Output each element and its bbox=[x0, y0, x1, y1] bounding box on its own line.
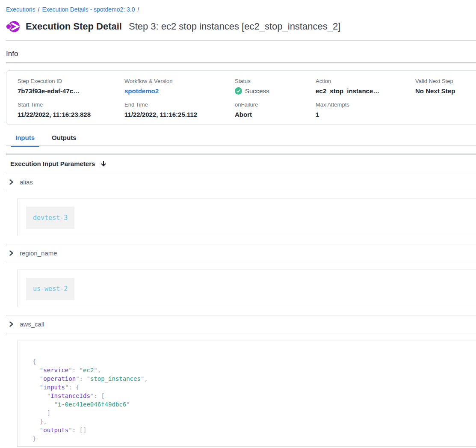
param-value-box-region-name: us-west-2 bbox=[17, 270, 476, 307]
download-arrow-icon[interactable] bbox=[100, 160, 107, 167]
workflow-logo-icon bbox=[6, 20, 20, 33]
code-line: "inputs": { bbox=[33, 383, 476, 392]
field-onfailure: onFailure Abort bbox=[235, 101, 316, 118]
field-status: Status Success bbox=[235, 78, 316, 95]
field-start-time: Start Time 11/22/2022, 11:16:23.828 bbox=[18, 101, 124, 118]
params-divider bbox=[6, 333, 476, 333]
execution-step-detail-page: Executions/Execution Details - spotdemo2… bbox=[0, 0, 476, 447]
breadcrumb-separator: / bbox=[38, 6, 39, 13]
code-line: "operation": "stop_instances", bbox=[33, 374, 476, 383]
execution-input-parameters-title: Execution Input Parameters bbox=[10, 160, 95, 167]
chevron-right-icon bbox=[9, 179, 14, 185]
param-row-aws-call[interactable]: aws_call bbox=[0, 315, 476, 333]
field-action: Action ec2_stop_instance… bbox=[316, 78, 415, 95]
page-title: Execution Step Detail bbox=[26, 21, 122, 32]
field-value: 7b73f93e-edaf-47c… bbox=[18, 87, 124, 95]
param-value-chip[interactable]: devtest-3 bbox=[26, 207, 74, 229]
page-subtitle: Step 3: ec2 stop instances [ec2_stop_ins… bbox=[129, 21, 340, 32]
breadcrumb: Executions/Execution Details - spotdemo2… bbox=[0, 6, 476, 13]
success-check-icon bbox=[235, 87, 242, 95]
field-valid-next-step: Valid Next Step No Next Step bbox=[415, 78, 476, 95]
info-section-divider bbox=[6, 62, 476, 63]
workflow-link[interactable]: spotdemo2 bbox=[124, 87, 235, 95]
page-header: Execution Step Detail Step 3: ec2 stop i… bbox=[0, 20, 476, 33]
param-name: alias bbox=[20, 178, 33, 186]
chevron-right-icon bbox=[9, 250, 14, 256]
code-line: { bbox=[33, 357, 476, 366]
field-value: ec2_stop_instance… bbox=[316, 87, 415, 95]
breadcrumb-link-execution-details[interactable]: Execution Details - spotdemo2: 3.0 bbox=[42, 6, 135, 13]
header-divider bbox=[6, 40, 476, 41]
field-end-time: End Time 11/22/2022, 11:16:25.112 bbox=[124, 101, 235, 118]
field-label: Status bbox=[235, 78, 316, 84]
code-line: "service": "ec2", bbox=[33, 366, 476, 374]
field-value: 1 bbox=[316, 111, 415, 118]
field-label: Max Attempts bbox=[316, 101, 415, 108]
breadcrumb-separator: / bbox=[138, 6, 139, 13]
code-line: "outputs": [] bbox=[33, 426, 476, 434]
field-label: Workflow & Version bbox=[124, 78, 235, 84]
tab-bar-baseline bbox=[6, 145, 476, 146]
field-value: 11/22/2022, 11:16:23.828 bbox=[18, 111, 124, 118]
param-name: aws_call bbox=[20, 320, 44, 328]
info-section-title: Info bbox=[0, 50, 476, 58]
param-value-chip[interactable]: us-west-2 bbox=[26, 278, 74, 300]
field-label: Valid Next Step bbox=[415, 78, 476, 84]
param-name: region_name bbox=[20, 249, 57, 257]
code-line: }, bbox=[33, 417, 476, 426]
param-row-region-name[interactable]: region_name bbox=[0, 244, 476, 262]
field-max-attempts: Max Attempts 1 bbox=[316, 101, 415, 118]
field-label: Start Time bbox=[18, 101, 124, 108]
code-line: "InstanceIds": [ bbox=[33, 392, 476, 400]
aws-call-code-block: { "service": "ec2", "operation": "stop_i… bbox=[17, 341, 476, 447]
param-value-box-alias: devtest-3 bbox=[17, 199, 476, 236]
field-label: End Time bbox=[124, 101, 235, 108]
breadcrumb-link-executions[interactable]: Executions bbox=[6, 6, 35, 13]
field-label: onFailure bbox=[235, 101, 316, 108]
field-value: No Next Step bbox=[415, 87, 476, 95]
field-label: Action bbox=[316, 78, 415, 84]
status-text: Success bbox=[245, 87, 269, 95]
execution-input-parameters-header: Execution Input Parameters bbox=[0, 154, 476, 173]
field-label: Step Execution ID bbox=[18, 78, 124, 84]
code-line: } bbox=[33, 434, 476, 443]
params-divider bbox=[6, 262, 476, 262]
field-value: 11/22/2022, 11:16:25.112 bbox=[124, 111, 235, 118]
param-row-alias[interactable]: alias bbox=[0, 173, 476, 191]
chevron-right-icon bbox=[9, 321, 14, 327]
params-divider bbox=[6, 191, 476, 191]
code-line: ] bbox=[33, 409, 476, 417]
info-card: Step Execution ID 7b73f93e-edaf-47c… Wor… bbox=[6, 70, 476, 125]
field-workflow-version: Workflow & Version spotdemo2 bbox=[124, 78, 235, 95]
field-step-execution-id: Step Execution ID 7b73f93e-edaf-47c… bbox=[18, 78, 124, 95]
tab-inputs[interactable]: Inputs bbox=[11, 134, 39, 147]
tab-outputs[interactable]: Outputs bbox=[47, 134, 81, 146]
tab-bar: Inputs Outputs bbox=[11, 134, 476, 146]
status-badge: Success bbox=[235, 87, 316, 95]
field-value: Abort bbox=[235, 111, 316, 118]
code-line: "i-0ec41ee046f49dbc6" bbox=[33, 400, 476, 409]
